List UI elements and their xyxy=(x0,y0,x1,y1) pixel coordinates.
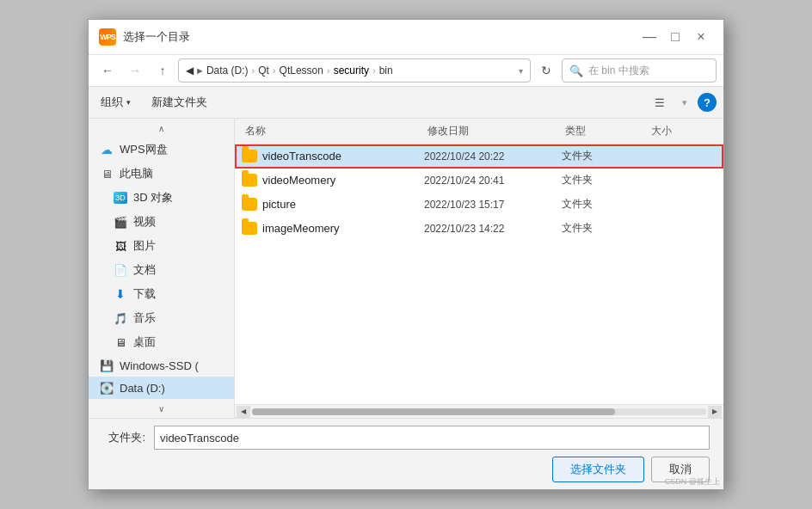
folder-icon xyxy=(242,174,257,187)
table-row[interactable]: videoMeomery 2022/10/24 20:41 文件夹 xyxy=(235,169,723,193)
file-name-text: imageMeomery xyxy=(262,222,340,235)
file-name-text: videoTranscode xyxy=(262,150,341,163)
file-type: 文件夹 xyxy=(562,149,648,163)
scroll-track xyxy=(252,408,706,415)
data-drive-icon: 💽 xyxy=(100,382,114,395)
view-button[interactable]: ☰ xyxy=(648,90,672,114)
sidebar-item-pc[interactable]: 🖥 此电脑 xyxy=(89,162,234,186)
minimize-button[interactable]: — xyxy=(637,27,661,47)
search-placeholder: 在 bin 中搜索 xyxy=(588,64,649,78)
main-content: ∧ ☁ WPS网盘 🖥 此电脑 3D 3D 对象 xyxy=(89,119,723,418)
search-bar[interactable]: 🔍 在 bin 中搜索 xyxy=(562,58,717,83)
file-list: videoTranscode 2022/10/24 20:22 文件夹 vide… xyxy=(235,144,723,404)
file-pane: 名称 修改日期 类型 大小 videoTranscode 2022/10/24 … xyxy=(235,119,723,418)
sidebar-item-downloads[interactable]: ⬇ 下载 xyxy=(89,282,234,306)
address-segment: ◀ ► xyxy=(186,64,205,77)
docs-icon: 📄 xyxy=(114,264,127,277)
forward-button[interactable]: → xyxy=(123,58,147,83)
scroll-right-button[interactable]: ▶ xyxy=(708,406,722,418)
file-date: 2022/10/24 20:41 xyxy=(424,175,562,187)
3d-icon: 3D xyxy=(114,192,127,204)
address-bar[interactable]: ◀ ► 名称 Data (D:) › Qt › QtLesson › secur… xyxy=(178,58,531,83)
folder-name-input[interactable] xyxy=(154,426,710,450)
nav-scroll-down[interactable]: ∨ xyxy=(89,399,234,418)
video-icon: 🎬 xyxy=(114,216,127,229)
dialog-window: WPS 选择一个目录 — □ × ← → ↑ ◀ ► 名称 Data (D:) … xyxy=(88,19,724,490)
nav-scroll-up[interactable]: ∧ xyxy=(89,119,234,138)
organize-dropdown-icon: ▾ xyxy=(126,98,131,107)
search-icon: 🔍 xyxy=(569,64,583,77)
file-date: 2022/10/23 14:22 xyxy=(424,223,562,235)
folder-icon xyxy=(242,150,257,163)
file-date: 2022/10/24 20:22 xyxy=(424,150,562,163)
horizontal-scrollbar[interactable]: ◀ ▶ xyxy=(235,404,723,418)
window-controls: — □ × xyxy=(637,27,713,47)
file-label: 文件夹: xyxy=(102,430,145,445)
table-row[interactable]: videoTranscode 2022/10/24 20:22 文件夹 xyxy=(235,144,723,169)
watermark: CSDN @狐生上 xyxy=(665,476,720,488)
action-bar: 组织 ▾ 新建文件夹 ☰ ▾ ? xyxy=(89,87,723,119)
file-type: 文件夹 xyxy=(562,221,648,236)
win-ssd-icon: 💾 xyxy=(100,359,114,372)
table-row[interactable]: imageMeomery 2022/10/23 14:22 文件夹 xyxy=(235,217,723,241)
bottom-bar: 文件夹: 选择文件夹 取消 CSDN @狐生上 xyxy=(89,418,723,489)
sidebar-item-docs[interactable]: 📄 文档 xyxy=(89,258,234,282)
scroll-left-button[interactable]: ◀ xyxy=(237,406,250,418)
window-title: 选择一个目录 xyxy=(123,29,631,45)
sidebar-item-3d[interactable]: 3D 3D 对象 xyxy=(89,186,234,210)
header-name[interactable]: 名称 xyxy=(242,122,424,140)
header-date[interactable]: 修改日期 xyxy=(424,122,562,140)
music-icon: 🎵 xyxy=(114,312,127,325)
left-nav: ∧ ☁ WPS网盘 🖥 此电脑 3D 3D 对象 xyxy=(89,119,235,418)
sidebar-item-desktop[interactable]: 🖥 桌面 xyxy=(89,330,234,354)
sidebar-item-music[interactable]: 🎵 音乐 xyxy=(89,306,234,330)
header-type[interactable]: 类型 xyxy=(562,122,648,140)
download-icon: ⬇ xyxy=(115,287,126,301)
sidebar-item-win-ssd[interactable]: 💾 Windows-SSD ( xyxy=(89,354,234,377)
close-button[interactable]: × xyxy=(689,27,713,47)
organize-button[interactable]: 组织 ▾ xyxy=(95,92,136,113)
pc-icon: 🖥 xyxy=(102,168,113,181)
refresh-button[interactable]: ↻ xyxy=(534,58,558,83)
file-name-text: videoMeomery xyxy=(262,174,335,187)
file-date: 2022/10/23 15:17 xyxy=(424,199,562,211)
select-folder-button[interactable]: 选择文件夹 xyxy=(552,457,644,482)
header-size[interactable]: 大小 xyxy=(648,122,717,140)
table-row[interactable]: picture 2022/10/23 15:17 文件夹 xyxy=(235,193,723,217)
up-button[interactable]: ↑ xyxy=(151,58,175,83)
file-input-row: 文件夹: xyxy=(102,426,710,450)
nav-toolbar: ← → ↑ ◀ ► 名称 Data (D:) › Qt › QtLesson ›… xyxy=(89,55,723,87)
app-logo: WPS xyxy=(99,28,116,46)
help-button[interactable]: ? xyxy=(698,93,717,112)
file-type: 文件夹 xyxy=(562,173,648,187)
images-icon: 🖼 xyxy=(115,240,126,253)
bottom-buttons: 选择文件夹 取消 xyxy=(102,457,710,482)
sidebar-item-video[interactable]: 🎬 视频 xyxy=(89,210,234,234)
sidebar-item-wps[interactable]: ☁ WPS网盘 xyxy=(89,138,234,162)
cloud-icon: ☁ xyxy=(101,143,113,156)
sidebar-item-data-d[interactable]: 💽 Data (D:) xyxy=(89,377,234,399)
back-button[interactable]: ← xyxy=(95,58,120,83)
sidebar-item-images[interactable]: 🖼 图片 xyxy=(89,234,234,258)
desktop-icon: 🖥 xyxy=(115,336,126,349)
file-header: 名称 修改日期 类型 大小 xyxy=(235,119,723,144)
scroll-thumb[interactable] xyxy=(252,408,615,415)
folder-icon xyxy=(242,198,257,211)
title-bar: WPS 选择一个目录 — □ × xyxy=(89,20,723,55)
folder-icon xyxy=(242,222,257,235)
maximize-button[interactable]: □ xyxy=(663,27,687,47)
file-type: 文件夹 xyxy=(562,197,648,212)
new-folder-button[interactable]: 新建文件夹 xyxy=(146,92,212,113)
file-name-text: picture xyxy=(262,198,296,211)
view-icon: ☰ xyxy=(655,96,665,109)
